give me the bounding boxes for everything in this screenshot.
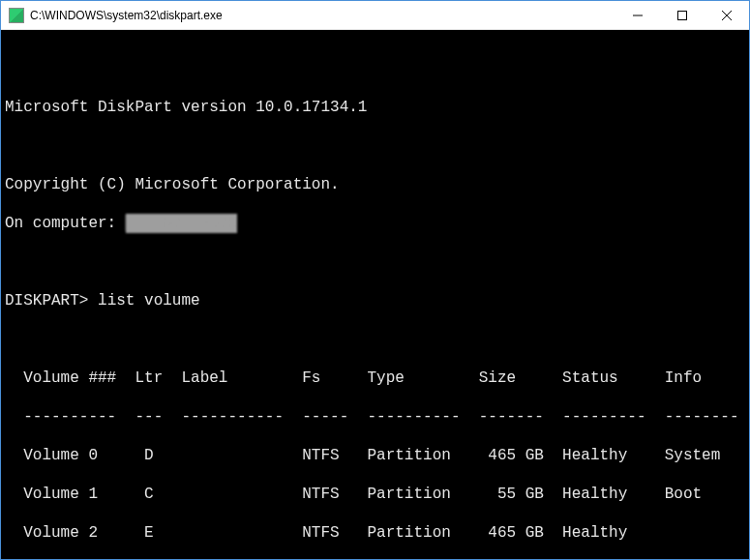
prompt-line-1: DISKPART> list volume (5, 291, 745, 310)
table-divider: ---------- --- ----------- ----- -------… (5, 407, 745, 427)
version-line: Microsoft DiskPart version 10.0.17134.1 (5, 98, 745, 117)
app-icon (9, 8, 24, 23)
copyright-line: Copyright (C) Microsoft Corporation. (5, 175, 745, 194)
maximize-icon (677, 11, 687, 20)
window-title: C:\WINDOWS\system32\diskpart.exe (30, 9, 223, 22)
computer-name-redacted: ███ NOTEBOOK (126, 214, 237, 233)
minimize-button[interactable] (615, 1, 660, 30)
close-icon (722, 11, 732, 20)
maximize-button[interactable] (660, 1, 705, 30)
minimize-icon (633, 11, 643, 20)
prompt: DISKPART> (5, 292, 88, 309)
terminal-output[interactable]: Microsoft DiskPart version 10.0.17134.1 … (1, 30, 749, 559)
blank-line (5, 59, 745, 78)
blank-line (5, 330, 745, 349)
svg-rect-0 (678, 11, 687, 19)
close-button[interactable] (705, 1, 749, 30)
diskpart-window: C:\WINDOWS\system32\diskpart.exe Microso… (0, 0, 750, 560)
command-1: list volume (98, 292, 200, 309)
table-row: Volume 0 D NTFS Partition 465 GB Healthy… (5, 446, 745, 465)
table-row: Volume 2 E NTFS Partition 465 GB Healthy (5, 523, 745, 543)
table-row: Volume 1 C NTFS Partition 55 GB Healthy … (5, 485, 745, 504)
computer-line: On computer: ███ NOTEBOOK (5, 214, 745, 233)
table-header: Volume ### Ltr Label Fs Type Size Status… (5, 368, 745, 388)
titlebar: C:\WINDOWS\system32\diskpart.exe (1, 1, 749, 30)
blank-line (5, 136, 745, 156)
on-computer-prefix: On computer: (5, 215, 126, 232)
window-controls (615, 1, 749, 30)
blank-line (5, 252, 745, 272)
